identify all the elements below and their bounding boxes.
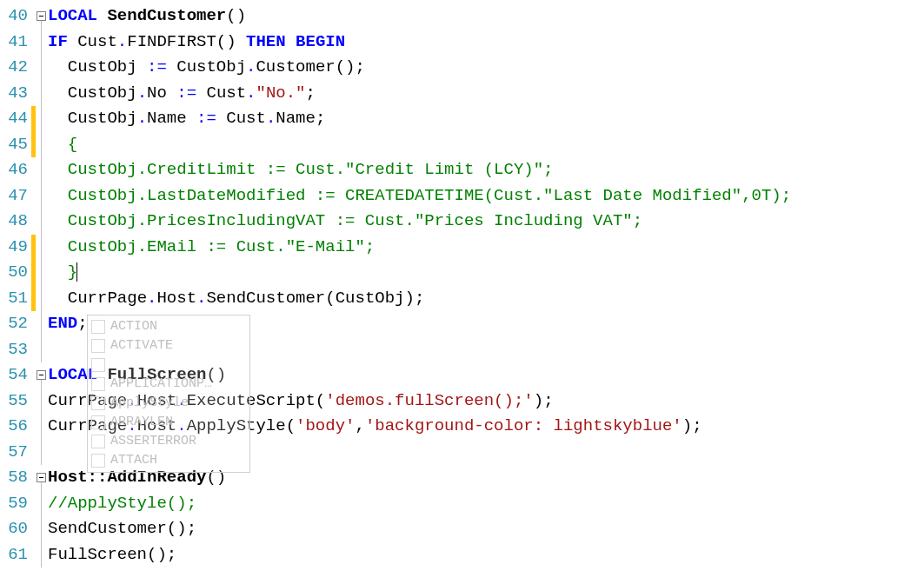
line-number: 59 bbox=[0, 491, 28, 517]
code-line[interactable]: CustObj.Name := Cust.Name; bbox=[48, 106, 924, 132]
code-line[interactable]: CustObj.LastDateModified := CREATEDATETI… bbox=[48, 183, 924, 209]
code-line[interactable]: LOCAL SendCustomer() bbox=[48, 3, 924, 30]
line-number: 47 bbox=[0, 183, 28, 209]
fold-toggle-icon[interactable] bbox=[37, 473, 46, 482]
code-line[interactable] bbox=[48, 440, 924, 466]
code-line[interactable]: IF Cust.FINDFIRST() THEN BEGIN bbox=[48, 30, 924, 56]
line-number: 52 bbox=[0, 311, 28, 337]
code-line[interactable]: SendCustomer(); bbox=[48, 516, 924, 542]
code-line[interactable]: LOCAL FullScreen() bbox=[48, 362, 924, 388]
line-number: 60 bbox=[0, 516, 28, 542]
fold-guide-line bbox=[41, 482, 42, 568]
line-number: 57 bbox=[0, 440, 28, 466]
text-caret bbox=[76, 262, 77, 282]
code-line[interactable]: Host::AddInReady() bbox=[48, 465, 924, 491]
code-line[interactable]: CurrPage.Host.ApplyStyle('body','backgro… bbox=[48, 414, 924, 440]
code-line[interactable] bbox=[48, 337, 924, 363]
code-line[interactable]: { bbox=[48, 132, 924, 158]
line-number: 44 bbox=[0, 106, 28, 132]
code-line[interactable]: CustObj.PricesIncludingVAT := Cust."Pric… bbox=[48, 209, 924, 235]
line-number: 53 bbox=[0, 337, 28, 363]
line-number: 61 bbox=[0, 542, 28, 568]
code-area[interactable]: LOCAL SendCustomer()IF Cust.FINDFIRST() … bbox=[48, 3, 924, 568]
fold-toggle-icon[interactable] bbox=[37, 11, 46, 21]
line-number: 43 bbox=[0, 81, 28, 107]
line-number: 50 bbox=[0, 260, 28, 286]
fold-column[interactable] bbox=[36, 3, 48, 568]
code-line[interactable]: CustObj.No := Cust."No."; bbox=[48, 81, 924, 107]
line-number: 41 bbox=[0, 30, 28, 56]
code-editor[interactable]: 4041424344454647484950515253545556575859… bbox=[0, 0, 924, 568]
line-number: 42 bbox=[0, 55, 28, 81]
code-line[interactable]: CustObj := CustObj.Customer(); bbox=[48, 55, 924, 81]
code-line[interactable]: CurrPage.Host.SendCustomer(CustObj); bbox=[48, 286, 924, 312]
code-line[interactable]: CustObj.CreditLimit := Cust."Credit Limi… bbox=[48, 157, 924, 183]
fold-guide-line bbox=[41, 380, 42, 465]
fold-guide-line bbox=[41, 21, 42, 362]
line-number: 45 bbox=[0, 132, 28, 158]
code-line[interactable]: } bbox=[48, 260, 924, 286]
line-number: 40 bbox=[0, 3, 28, 30]
line-number: 46 bbox=[0, 157, 28, 183]
line-number: 51 bbox=[0, 286, 28, 312]
code-line[interactable]: //ApplyStyle(); bbox=[48, 491, 924, 517]
fold-toggle-icon[interactable] bbox=[37, 370, 46, 380]
code-line[interactable]: END; bbox=[48, 311, 924, 337]
line-number: 48 bbox=[0, 209, 28, 235]
line-number: 56 bbox=[0, 414, 28, 440]
code-line[interactable]: FullScreen(); bbox=[48, 542, 924, 568]
line-number: 54 bbox=[0, 362, 28, 388]
line-number-gutter: 4041424344454647484950515253545556575859… bbox=[0, 3, 31, 568]
line-number: 58 bbox=[0, 465, 28, 491]
line-number: 55 bbox=[0, 388, 28, 415]
code-line[interactable]: CustObj.EMail := Cust."E-Mail"; bbox=[48, 235, 924, 261]
line-number: 49 bbox=[0, 235, 28, 261]
code-line[interactable]: CurrPage.Host.ExecuteScript('demos.fullS… bbox=[48, 388, 924, 415]
